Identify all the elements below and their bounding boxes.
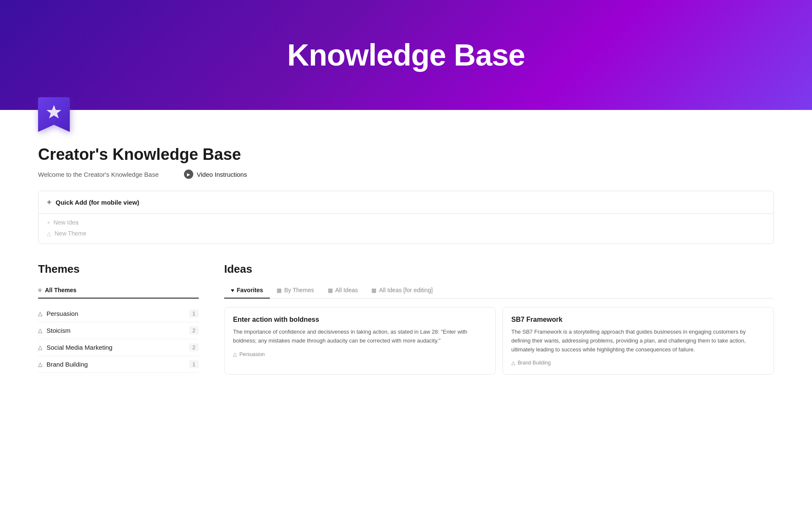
all-themes-tab[interactable]: ≡ All Themes: [38, 283, 199, 299]
card-tag-sb7: △ Brand Building: [511, 360, 765, 366]
hero-banner: Knowledge Base: [0, 0, 812, 110]
theme-count-persuasion: 1: [189, 310, 199, 318]
tab-favorites[interactable]: ♥ Favorites: [224, 283, 270, 299]
quick-add-items: + New Idea △ New Theme: [38, 214, 774, 244]
tag-triangle-icon: △: [233, 351, 237, 357]
new-theme-icon: △: [47, 230, 51, 237]
quick-add-box: + Quick Add (for mobile view) + New Idea…: [38, 191, 774, 244]
tag-label-boldness: Persuasion: [239, 351, 265, 357]
tab-favorites-label: Favorites: [237, 287, 263, 293]
ideas-section-title: Ideas: [224, 263, 774, 276]
list-icon: ≡: [38, 287, 41, 293]
theme-name-persuasion: Persuasion: [47, 310, 78, 317]
theme-row-social-media[interactable]: △ Social Media Marketing 2: [38, 339, 199, 356]
theme-row-persuasion[interactable]: △ Persuasion 1: [38, 305, 199, 322]
tab-by-themes-label: By Themes: [284, 287, 314, 293]
grid-icon-3: ▦: [371, 287, 376, 293]
theme-name-brand-building: Brand Building: [47, 361, 88, 368]
triangle-icon: △: [38, 344, 42, 351]
theme-row-left: △ Brand Building: [38, 361, 88, 368]
card-title-sb7: SB7 Framework: [511, 316, 765, 323]
ideas-section: Ideas ♥ Favorites ▦ By Themes ▦ All Idea…: [224, 263, 774, 375]
card-title-boldness: Enter action with boldness: [233, 316, 487, 323]
triangle-icon: △: [38, 310, 42, 317]
idea-card-boldness[interactable]: Enter action with boldness The importanc…: [224, 307, 496, 375]
themes-section-title: Themes: [38, 263, 199, 276]
theme-count-social-media: 2: [189, 343, 199, 351]
grid-icon: ▦: [277, 287, 282, 293]
new-theme-item[interactable]: △ New Theme: [47, 230, 765, 237]
card-tag-boldness: △ Persuasion: [233, 351, 487, 357]
video-link-label: Video Instructions: [197, 171, 247, 178]
two-column-layout: Themes ≡ All Themes △ Persuasion 1 △ Sto…: [38, 263, 774, 375]
tab-all-ideas-editing-label: All Ideas [for editing]: [379, 287, 433, 293]
all-themes-label: All Themes: [45, 287, 77, 293]
theme-row-left: △ Persuasion: [38, 310, 78, 317]
triangle-icon: △: [38, 327, 42, 334]
quick-add-label: Quick Add (for mobile view): [56, 199, 140, 206]
card-body-boldness: The importance of confidence and decisiv…: [233, 328, 487, 345]
theme-row-left: △ Stoicism: [38, 327, 71, 334]
tab-all-ideas[interactable]: ▦ All Ideas: [321, 283, 365, 299]
quick-add-plus-icon: +: [47, 198, 52, 207]
idea-card-sb7[interactable]: SB7 Framework The SB7 Framework is a sto…: [502, 307, 774, 375]
tab-all-ideas-label: All Ideas: [335, 287, 358, 293]
theme-count-stoicism: 2: [189, 326, 199, 334]
subtitle-text: Welcome to the Creator's Knowledge Base: [38, 171, 159, 178]
cards-grid: Enter action with boldness The importanc…: [224, 307, 774, 375]
tag-label-sb7: Brand Building: [518, 360, 551, 366]
new-idea-item[interactable]: + New Idea: [47, 219, 765, 226]
theme-row-brand-building[interactable]: △ Brand Building 1: [38, 356, 199, 373]
themes-section: Themes ≡ All Themes △ Persuasion 1 △ Sto…: [38, 263, 199, 373]
tab-by-themes[interactable]: ▦ By Themes: [270, 283, 321, 299]
video-instructions-link[interactable]: ▶ Video Instructions: [184, 170, 247, 179]
page-title: Creator's Knowledge Base: [38, 145, 774, 164]
new-theme-label: New Theme: [55, 230, 86, 237]
new-idea-icon: +: [47, 219, 50, 226]
card-body-sb7: The SB7 Framework is a storytelling appr…: [511, 328, 765, 354]
theme-name-stoicism: Stoicism: [47, 327, 71, 334]
play-icon: ▶: [184, 170, 193, 179]
bookmark-icon: [38, 97, 70, 135]
theme-name-social-media: Social Media Marketing: [47, 344, 112, 351]
triangle-icon: △: [38, 361, 42, 367]
tab-all-ideas-editing[interactable]: ▦ All Ideas [for editing]: [365, 283, 439, 299]
theme-count-brand-building: 1: [189, 360, 199, 368]
theme-row-left: △ Social Media Marketing: [38, 344, 112, 351]
tag-triangle-icon-2: △: [511, 360, 515, 366]
theme-row-stoicism[interactable]: △ Stoicism 2: [38, 322, 199, 339]
ideas-tabs: ♥ Favorites ▦ By Themes ▦ All Ideas ▦ Al…: [224, 283, 774, 299]
new-idea-label: New Idea: [54, 219, 79, 226]
subtitle-row: Welcome to the Creator's Knowledge Base …: [38, 170, 774, 179]
heart-icon: ♥: [231, 287, 234, 293]
hero-title: Knowledge Base: [287, 38, 525, 72]
main-content: Creator's Knowledge Base Welcome to the …: [0, 145, 812, 400]
grid-icon-2: ▦: [328, 287, 333, 293]
quick-add-header[interactable]: + Quick Add (for mobile view): [38, 191, 774, 214]
